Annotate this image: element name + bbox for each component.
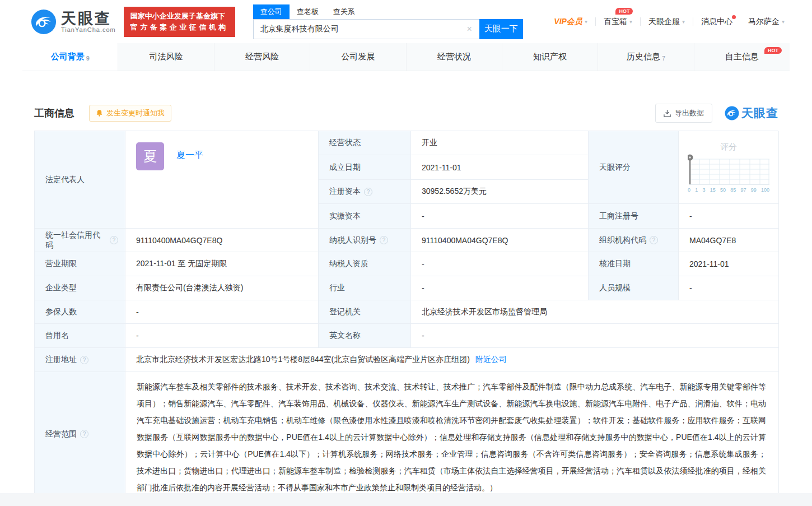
user-account-menu[interactable]: 马尔萨金 ▾ — [740, 17, 792, 27]
help-icon[interactable]: ? — [650, 236, 658, 244]
label-text: 统一社会信用代码 — [45, 230, 106, 250]
search-input[interactable] — [260, 25, 465, 34]
business-info-table: 法定代表人 夏 夏一平 经营状态 开业 天眼评分 评分 0 1 3 — [34, 131, 778, 496]
chevron-down-icon: ▾ — [782, 18, 785, 25]
field-value-taxpayer-id: 91110400MA04GQ7E8Q — [411, 229, 589, 252]
field-label-reg-address: 注册地址 ? — [35, 348, 125, 372]
tab-label: 自主信息 — [725, 52, 759, 62]
tianyan-score-chart[interactable]: 评分 0 1 3 15 50 85 97 99 10 — [679, 131, 779, 204]
field-label-org-code: 组织机构代码 ? — [589, 229, 679, 252]
help-icon[interactable]: ? — [110, 236, 118, 244]
tab-label: 经营风险 — [245, 52, 279, 62]
field-value-staff-size: - — [679, 276, 779, 300]
field-value-business-term: 2021-11-01 至 无固定期限 — [125, 252, 319, 276]
search-tab-boss[interactable]: 查老板 — [290, 4, 326, 19]
tab-company-background[interactable]: 公司背景 9 — [22, 43, 118, 71]
field-label-staff-size: 人员规模 — [589, 276, 679, 300]
tick: 1 — [695, 187, 698, 193]
search-tab-relation[interactable]: 查关系 — [326, 4, 362, 19]
field-value-former-name: - — [125, 324, 319, 348]
hot-badge: HOT — [615, 8, 633, 15]
field-label-business-term: 营业期限 — [35, 252, 125, 276]
badge-line1: 国家中小企业发展子基金旗下 — [130, 11, 228, 22]
help-icon[interactable]: ? — [80, 430, 88, 438]
tab-operating-risk[interactable]: 经营风险 — [214, 43, 310, 71]
field-label-status: 经营状态 — [319, 131, 411, 155]
top-menu: VIP会员 ▾ HOT 百宝箱 ▾ 天眼企服 ▾ 消息中心 马尔萨金 ▾ — [546, 17, 792, 27]
help-icon[interactable]: ? — [380, 236, 388, 244]
field-value-taxpayer-quality: - — [411, 252, 589, 276]
field-value-reg-number: - — [679, 204, 779, 229]
avatar[interactable]: 夏 — [136, 142, 164, 170]
tab-intellectual-property[interactable]: 知识产权 — [502, 43, 598, 71]
field-label-former-name: 曾用名 — [35, 324, 125, 348]
field-value-status: 开业 — [411, 131, 589, 155]
notification-dot — [732, 15, 736, 19]
field-label-reg-authority: 登记机关 — [319, 300, 411, 324]
tianyancha-eye-icon — [725, 106, 739, 120]
field-label-english-name: 英文名称 — [319, 324, 411, 348]
tab-label: 司法风险 — [150, 52, 183, 62]
field-value-insured-count: - — [125, 300, 319, 324]
company-tab-bar: 公司背景 9 司法风险 经营风险 公司发展 经营状况 知识产权 历史信息 7 自… — [22, 43, 790, 71]
search-tab-company[interactable]: 查公司 — [253, 4, 290, 19]
toolbox-label: 百宝箱 — [604, 17, 627, 27]
field-value-business-scope: 新能源汽车整车及相关零部件的技术服务、技术开发、技术咨询、技术交流、技术转让、技… — [125, 372, 779, 496]
tab-label: 公司发展 — [341, 52, 375, 62]
tab-company-development[interactable]: 公司发展 — [310, 43, 406, 71]
tab-self-published-info[interactable]: 自主信息 HOT — [694, 43, 790, 71]
address-text: 北京市北京经济技术开发区宏达北路10号1号楼8层844室(北京自贸试验区高端产业… — [136, 355, 470, 365]
tick: 15 — [710, 187, 716, 193]
hot-badge: HOT — [764, 47, 782, 54]
vip-label: VIP会员 — [554, 17, 582, 27]
field-value-est-date: 2021-11-01 — [411, 155, 589, 180]
field-label-paid-capital: 实缴资本 — [319, 204, 411, 229]
tianyancha-watermark: 天眼查 — [725, 105, 778, 121]
watermark-text: 天眼查 — [741, 105, 778, 121]
search-area: 查公司 查老板 查关系 × 天眼一下 — [253, 4, 523, 39]
score-axis-ticks: 0 1 3 15 50 85 97 99 100 — [688, 187, 769, 193]
enterprise-label: 天眼企服 — [648, 17, 680, 27]
label-text: 组织机构代码 — [599, 235, 646, 245]
field-value-reg-authority: 北京经济技术开发区市场监督管理局 — [411, 300, 779, 324]
field-label-taxpayer-quality: 纳税人资质 — [319, 252, 411, 276]
search-input-wrapper: × — [253, 19, 479, 39]
label-text: 注册资本 — [329, 187, 361, 197]
bell-icon — [96, 109, 103, 117]
tab-operating-status[interactable]: 经营状况 — [407, 43, 502, 71]
field-label-taxpayer-id: 纳税人识别号 ? — [319, 229, 411, 252]
vip-menu-item[interactable]: VIP会员 ▾ — [546, 17, 595, 27]
tick: 99 — [751, 187, 757, 193]
help-icon[interactable]: ? — [364, 188, 372, 196]
tab-history-info[interactable]: 历史信息 7 — [598, 43, 694, 71]
brand-name: 天眼查 — [61, 11, 116, 26]
tab-judicial-risk[interactable]: 司法风险 — [118, 43, 214, 71]
search-button[interactable]: 天眼一下 — [479, 19, 523, 39]
field-label-credit-code: 统一社会信用代码 ? — [35, 229, 125, 252]
field-value-english-name: - — [411, 324, 779, 348]
chevron-down-icon: ▾ — [682, 18, 685, 25]
tab-label: 公司背景 — [51, 52, 85, 62]
tianyancha-logo[interactable]: 天眼查 TianYanCha.com — [31, 9, 116, 35]
brand-domain: TianYanCha.com — [61, 26, 116, 33]
toolbox-menu-item[interactable]: HOT 百宝箱 ▾ — [596, 17, 640, 27]
nearby-companies-link[interactable]: 附近公司 — [475, 355, 507, 365]
clear-search-icon[interactable]: × — [465, 24, 473, 34]
label-text: 经营范围 — [45, 429, 77, 439]
message-center-menu-item[interactable]: 消息中心 — [693, 17, 740, 27]
gov-certification-badge: 国家中小企业发展子基金旗下 官方备案企业征信机构 — [124, 7, 235, 37]
field-label-insured-count: 参保人数 — [35, 300, 125, 324]
field-label-reg-capital: 注册资本 ? — [319, 180, 411, 204]
help-icon[interactable]: ? — [80, 356, 88, 364]
tab-count: 9 — [86, 55, 90, 62]
tick: 97 — [740, 187, 746, 193]
messages-label: 消息中心 — [701, 17, 732, 27]
export-data-button[interactable]: 导出数据 — [655, 104, 712, 123]
field-value-paid-capital: - — [411, 204, 589, 229]
tick: 50 — [720, 187, 726, 193]
tab-label: 历史信息 — [627, 52, 660, 62]
legal-rep-link[interactable]: 夏一平 — [176, 150, 203, 161]
enterprise-service-menu-item[interactable]: 天眼企服 ▾ — [641, 17, 693, 27]
notify-on-change-button[interactable]: 发生变更时通知我 — [89, 105, 171, 122]
chevron-down-icon: ▾ — [629, 18, 632, 25]
